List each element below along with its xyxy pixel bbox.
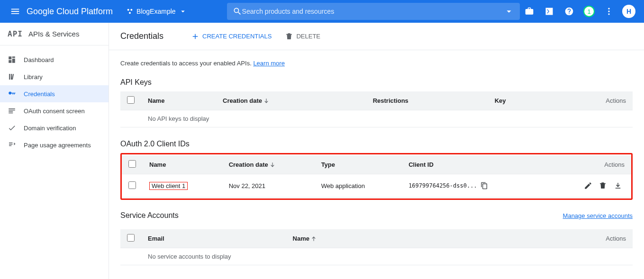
project-picker[interactable]: BlogExample [122, 4, 194, 19]
help-icon[interactable] [560, 2, 579, 21]
library-icon [8, 72, 16, 81]
verified-icon [8, 124, 16, 132]
manage-service-accounts-link[interactable]: Manage service accounts [563, 212, 633, 219]
col-name[interactable]: Name [141, 91, 216, 110]
col-key[interactable]: Key [488, 91, 549, 110]
svg-point-2 [129, 12, 131, 14]
col-client-id[interactable]: Client ID [402, 155, 544, 174]
oauth-created: Nov 22, 2021 [222, 174, 315, 198]
copy-client-id-button[interactable] [481, 182, 488, 189]
select-all-oauth[interactable] [128, 160, 136, 168]
col-email[interactable]: Email [141, 229, 286, 248]
api-keys-title: API Keys [120, 78, 633, 87]
sidebar-item-label: OAuth consent screen [24, 108, 85, 115]
svg-point-3 [608, 8, 609, 9]
sort-down-icon [269, 162, 276, 168]
sidebar-item-label: Dashboard [24, 56, 54, 63]
search-icon [233, 7, 242, 16]
consent-icon [8, 107, 16, 115]
create-credentials-button[interactable]: CREATE CREDENTIALS [191, 32, 272, 41]
copy-icon [481, 182, 488, 189]
key-icon [8, 90, 16, 98]
cloud-shell-icon[interactable] [540, 2, 559, 21]
learn-more-link[interactable]: Learn more [253, 60, 284, 67]
sidebar-item-dashboard[interactable]: Dashboard [0, 51, 109, 68]
delete-button[interactable]: DELETE [285, 32, 320, 41]
pencil-icon [584, 181, 592, 190]
sidebar-item-label: Page usage agreements [24, 142, 91, 149]
select-oauth-row[interactable] [128, 181, 136, 189]
oauth-client-id: 169799764256-dss0... [408, 182, 477, 189]
oauth-highlight-box: Name Creation date Type Client ID Action… [120, 153, 633, 200]
download-icon [614, 181, 622, 190]
service-accounts-section: Service Accounts Manage service accounts… [120, 211, 633, 265]
download-button[interactable] [611, 179, 625, 192]
search-input[interactable] [242, 8, 504, 15]
svg-point-4 [608, 10, 609, 12]
page-title: Credentials [120, 31, 163, 41]
edit-button[interactable] [581, 179, 595, 192]
col-creation-date[interactable]: Creation date [216, 91, 366, 110]
col-name[interactable]: Name [286, 229, 470, 248]
create-credentials-label: CREATE CREDENTIALS [202, 33, 272, 40]
topbar: Google Cloud Platform BlogExample 1 H [0, 0, 644, 23]
dashboard-icon [8, 55, 16, 64]
oauth-client-link[interactable]: Web client 1 [152, 182, 185, 189]
col-actions: Actions [544, 155, 631, 174]
topbar-right: 1 H [520, 2, 638, 21]
sidebar-title: APIs & Services [28, 30, 80, 38]
helper-text: Create credentials to access your enable… [120, 60, 633, 67]
svg-point-0 [127, 9, 129, 11]
api-keys-empty: No API keys to display [141, 110, 633, 127]
sidebar-item-oauth-consent[interactable]: OAuth consent screen [0, 102, 109, 119]
sidebar-header[interactable]: API APIs & Services [0, 23, 109, 45]
delete-row-button[interactable] [596, 179, 609, 192]
oauth-client-name-highlight: Web client 1 [149, 182, 188, 190]
notifications-icon[interactable]: 1 [580, 2, 599, 21]
product-name: Google Cloud Platform [27, 7, 113, 17]
select-all-api-keys[interactable] [127, 96, 135, 104]
sidebar-item-credentials[interactable]: Credentials [0, 85, 109, 102]
col-creation-date[interactable]: Creation date [222, 155, 315, 174]
api-logo-icon: API [8, 29, 23, 38]
sidebar-item-page-usage[interactable]: Page usage agreements [0, 136, 109, 153]
sidebar-item-label: Domain verification [24, 125, 76, 132]
trash-icon [599, 181, 607, 190]
nav-menu-button[interactable] [6, 2, 25, 21]
sidebar-item-library[interactable]: Library [0, 68, 109, 85]
project-name: BlogExample [136, 8, 176, 15]
search-bar[interactable] [227, 3, 520, 20]
oauth-type: Web application [315, 174, 402, 198]
sidebar: API APIs & Services Dashboard Library Cr… [0, 23, 109, 279]
trash-icon [285, 32, 293, 41]
service-accounts-empty: No service accounts to display [141, 248, 633, 265]
col-actions: Actions [470, 229, 633, 248]
sidebar-item-domain-verification[interactable]: Domain verification [0, 119, 109, 136]
main-content: Credentials CREATE CREDENTIALS DELETE Cr… [109, 23, 644, 279]
free-trial-icon[interactable] [520, 2, 539, 21]
oauth-title: OAuth 2.0 Client IDs [120, 140, 633, 148]
more-icon[interactable] [599, 2, 618, 21]
sidebar-item-label: Library [24, 73, 43, 81]
delete-label: DELETE [296, 33, 320, 40]
page-header: Credentials CREATE CREDENTIALS DELETE [109, 23, 644, 50]
plus-icon [191, 32, 200, 41]
sort-up-icon [310, 235, 317, 242]
sort-down-icon [263, 98, 270, 104]
sidebar-item-label: Credentials [24, 90, 55, 98]
col-type[interactable]: Type [315, 155, 402, 174]
col-name[interactable]: Name [143, 155, 222, 174]
api-keys-section: API Keys Name Creation date Restrictions… [120, 78, 633, 127]
col-restrictions[interactable]: Restrictions [366, 91, 488, 110]
select-all-service-accounts[interactable] [127, 234, 135, 242]
agreement-icon [8, 141, 16, 149]
account-avatar[interactable]: H [619, 2, 638, 21]
service-accounts-title: Service Accounts [120, 211, 179, 220]
svg-point-1 [130, 9, 132, 11]
search-dropdown-icon[interactable] [504, 6, 514, 17]
col-actions: Actions [549, 91, 633, 110]
svg-point-5 [608, 13, 609, 15]
oauth-row: Web client 1 Nov 22, 2021 Web applicatio… [122, 174, 631, 198]
